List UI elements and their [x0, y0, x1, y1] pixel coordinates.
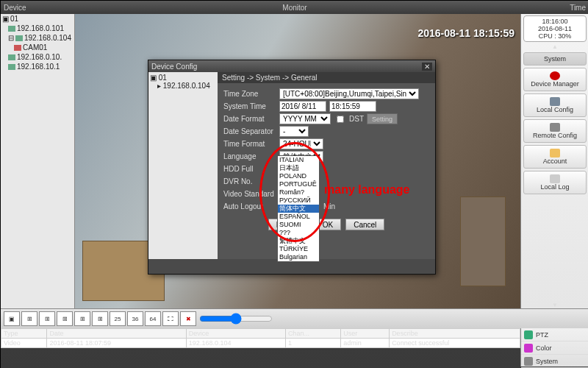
- language-label: Language: [223, 152, 276, 160]
- clock-panel: 18:16:00 2016-08-11 CPU : 30%: [523, 15, 587, 42]
- view-25[interactable]: 25: [110, 311, 126, 326]
- tree-cam01[interactable]: CAM01: [1, 43, 74, 52]
- list-item[interactable]: SUOMI: [278, 221, 319, 229]
- log-table[interactable]: Type Date Device Chan... User Describe V…: [1, 328, 520, 367]
- view-9[interactable]: ⊞: [74, 311, 90, 326]
- table-row[interactable]: Video 2016-08-11 18:07:59 192.168.0.104 …: [1, 339, 520, 348]
- ptz-icon: [524, 330, 533, 339]
- list-item[interactable]: РУССКИЙ: [278, 197, 319, 205]
- dvrno-label: DVR No.: [223, 177, 276, 185]
- tree-ip-4[interactable]: 192.168.10.1: [1, 62, 74, 71]
- system-button[interactable]: System: [521, 355, 588, 368]
- tree-root[interactable]: ▣01: [1, 14, 74, 24]
- close-icon[interactable]: ✕: [422, 63, 432, 71]
- log-col-user[interactable]: User: [341, 329, 390, 339]
- volume-slider[interactable]: [199, 313, 273, 325]
- list-item-selected[interactable]: 简体中文: [278, 205, 319, 213]
- list-item[interactable]: 繁體中文: [278, 237, 319, 245]
- titlebar-title: Monitor: [62, 4, 527, 12]
- list-item[interactable]: ???: [278, 229, 319, 237]
- system-header: System: [523, 52, 587, 66]
- list-item[interactable]: ESPAÑOL: [278, 213, 319, 221]
- list-item[interactable]: Bulgarian: [278, 253, 319, 261]
- view-8[interactable]: ⊞: [57, 311, 73, 326]
- view-6[interactable]: ⊞: [39, 311, 55, 326]
- device-tree[interactable]: ▣01 192.168.0.101 ⊟192.168.0.104 CAM01 1…: [1, 14, 75, 308]
- titlebar: Device Monitor Time: [1, 1, 588, 14]
- autologout-label: Auto Logout: [223, 202, 276, 210]
- titlebar-device-label: Device: [4, 4, 62, 12]
- clock-time: 18:16:00: [524, 18, 586, 25]
- hddfull-label: HDD Full: [223, 165, 276, 173]
- right-lower-panel: PTZ Color System PlayBack Advance LogOut: [520, 328, 588, 367]
- dialog-tree-ip[interactable]: ▸ 192.168.0.104: [150, 82, 216, 90]
- dialog-title: Device Config: [151, 63, 197, 71]
- view-36[interactable]: 36: [127, 311, 143, 326]
- log-icon: [550, 174, 560, 183]
- datesep-label: Date Separator: [223, 127, 276, 135]
- account-button[interactable]: Account: [523, 145, 587, 169]
- timeformat-label: Time Format: [223, 140, 276, 148]
- view-4[interactable]: ⊞: [21, 311, 37, 326]
- gear-icon: [524, 357, 533, 366]
- titlebar-time-label: Time: [527, 4, 586, 12]
- timeformat-select[interactable]: 24-HOUR: [279, 138, 323, 149]
- dialog-tree-root[interactable]: ▣ 01: [150, 74, 216, 82]
- systime-label: System Time: [223, 102, 276, 110]
- list-item[interactable]: POLAND: [278, 172, 319, 180]
- breadcrumb: Setting -> System -> General: [218, 72, 435, 83]
- datesep-select[interactable]: -: [279, 126, 309, 137]
- fullscreen-button[interactable]: ⛶: [162, 311, 179, 326]
- dialog-titlebar[interactable]: Device Config ✕: [148, 60, 435, 72]
- log-col-type[interactable]: Type: [1, 329, 47, 339]
- videostd-label: Video Standard: [223, 190, 276, 198]
- remote-config-button[interactable]: Remote Config: [523, 119, 587, 143]
- dst-checkbox[interactable]: [337, 116, 344, 123]
- log-col-desc[interactable]: Describe: [390, 329, 520, 339]
- dateformat-select[interactable]: YYYY MM DD: [279, 113, 331, 124]
- gear-icon: [550, 97, 560, 106]
- wrench-icon: [550, 123, 560, 132]
- timezone-select[interactable]: [UTC+08:00]Beijing,Urumqi,Taipei,Singapo…: [279, 88, 419, 99]
- list-item[interactable]: Român?: [278, 188, 319, 197]
- log-col-date[interactable]: Date: [47, 329, 186, 339]
- right-panel: 18:16:00 2016-08-11 CPU : 30% ▲ System D…: [520, 14, 588, 308]
- list-item[interactable]: TÜRKİYE: [278, 245, 319, 253]
- video-timestamp: 2016-08-11 18:15:59: [417, 27, 514, 39]
- view-toolbar: ▣ ⊞ ⊞ ⊞ ⊞ ⊞ 25 36 64 ⛶ ✖: [1, 308, 588, 328]
- language-dropdown[interactable]: ITALIAN 日本語 POLAND PORTUGUÊ Român? РУССК…: [277, 155, 320, 262]
- dst-setting-button[interactable]: Setting: [367, 113, 398, 124]
- color-button[interactable]: Color: [521, 342, 588, 355]
- date-input[interactable]: [279, 101, 326, 112]
- device-manager-button[interactable]: Device Manager: [523, 68, 587, 91]
- clock-date: 2016-08-11: [524, 25, 586, 32]
- user-icon: [550, 149, 560, 158]
- tree-ip-2[interactable]: ⊟192.168.0.104: [1, 33, 74, 43]
- record-icon: [550, 71, 560, 80]
- local-log-button[interactable]: Local Log: [523, 171, 587, 194]
- list-item[interactable]: ITALIAN: [278, 156, 319, 164]
- tree-ip-3[interactable]: 192.168.0.10.: [1, 52, 74, 62]
- view-1[interactable]: ▣: [4, 311, 20, 326]
- view-64[interactable]: 64: [145, 311, 161, 326]
- log-col-chan[interactable]: Chan...: [285, 329, 340, 339]
- view-16[interactable]: ⊞: [92, 311, 108, 326]
- right-scroll-up[interactable]: ▲: [552, 43, 558, 50]
- list-item[interactable]: 日本語: [278, 164, 319, 172]
- log-col-device[interactable]: Device: [186, 329, 285, 339]
- cancel-button[interactable]: Cancel: [345, 219, 384, 230]
- ptz-button[interactable]: PTZ: [521, 328, 588, 342]
- list-item[interactable]: PORTUGUÊ: [278, 180, 319, 188]
- tree-ip-1[interactable]: 192.168.0.101: [1, 24, 74, 33]
- local-config-button[interactable]: Local Config: [523, 93, 587, 117]
- dialog-tree[interactable]: ▣ 01 ▸ 192.168.0.104: [148, 72, 218, 259]
- clock-cpu: CPU : 30%: [524, 32, 586, 40]
- timezone-label: Time Zone: [223, 90, 276, 98]
- right-scroll-down[interactable]: ▼: [552, 302, 558, 308]
- stop-button[interactable]: ✖: [180, 311, 196, 326]
- color-icon: [524, 344, 533, 353]
- time-input[interactable]: [329, 101, 376, 112]
- dateformat-label: Date Format: [223, 115, 276, 123]
